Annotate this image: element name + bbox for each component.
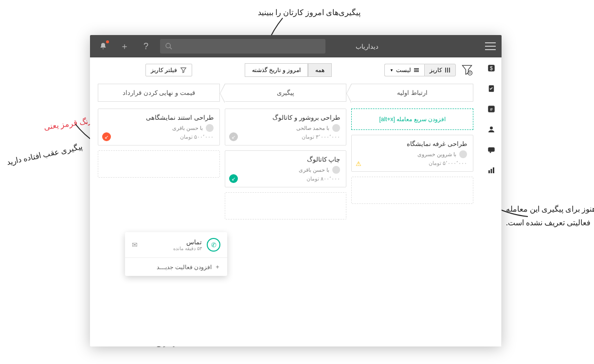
svg-text:$: $	[490, 65, 493, 71]
sidebar-reports[interactable]	[486, 164, 497, 176]
card-person: با حسن باقری	[231, 166, 341, 174]
svg-point-0	[166, 43, 170, 48]
search-input[interactable]	[160, 39, 325, 54]
view-list-label: لیست	[396, 67, 411, 73]
card-price: ۵۰۰٬۰۰۰ تومان	[104, 134, 214, 140]
app-window: ＋ ? دیدار‌یاب $ # کاریز	[90, 35, 502, 346]
chevron-down-icon: ▼	[390, 68, 394, 73]
sidebar-hashtag[interactable]: #	[486, 103, 497, 115]
deal-card[interactable]: چاپ کاتالوگ با حسن باقری ۸۰۰٬۰۰۰ تومان ↙	[225, 150, 347, 187]
avatar	[459, 150, 467, 158]
column-1: افزودن سریع معامله [alt+x] طراحی غرفه نم…	[351, 109, 473, 219]
column-3: طراحی استند نمایشگاهی با حسن باقری ۵۰۰٬۰…	[98, 109, 220, 219]
clipboard-icon	[487, 84, 496, 93]
card-price: ۵٬۰۰۰٬۰۰۰ تومان	[358, 160, 467, 166]
notification-dot	[106, 40, 109, 43]
help-button[interactable]: ?	[139, 39, 153, 54]
deal-card[interactable]: طراحی غرفه نمایشگاه با شروین خسروی ۵٬۰۰۰…	[351, 135, 473, 172]
status-badge-green: ↙	[229, 174, 238, 183]
message-icon	[487, 146, 496, 154]
deal-card[interactable]: طراحی بروشور و کاتالوگ با محمد صالحی ۳٬۰…	[225, 109, 347, 146]
topbar: ＋ ? دیدار‌یاب	[90, 35, 502, 57]
card-title: طراحی استند نمایشگاهی	[104, 114, 214, 121]
activity-title: تماس	[173, 238, 202, 246]
stage-3[interactable]: قیمت و نهایی کردن قرارداد	[98, 84, 220, 102]
stage-header: ارتباط اولیه پیگیری قیمت و نهایی کردن قر…	[98, 84, 473, 102]
segment-all-button[interactable]: همه	[308, 63, 332, 77]
deal-card[interactable]: طراحی استند نمایشگاهی با حسن باقری ۵۰۰٬۰…	[98, 109, 220, 146]
card-price: ۳٬۰۰۰٬۰۰۰ تومان	[231, 134, 341, 140]
pipeline-icon	[445, 67, 450, 73]
card-title: طراحی غرفه نمایشگاه	[358, 140, 467, 147]
annotation-left-1: پیگیری عقب افتاده دارید	[6, 142, 83, 167]
hashtag-icon: #	[487, 105, 496, 113]
status-badge-red: ↙	[102, 132, 111, 141]
svg-rect-15	[447, 68, 448, 73]
stage-2[interactable]: پیگیری	[225, 84, 347, 102]
annotation-top: پیگیری‌های امروز کارتان را ببینید	[258, 8, 360, 17]
svg-rect-9	[488, 170, 490, 173]
quick-add-deal-button[interactable]: افزودن سریع معامله [alt+x]	[351, 109, 473, 130]
card-title: طراحی بروشور و کاتالوگ	[231, 114, 341, 121]
message-icon[interactable]: ✉	[132, 241, 138, 249]
status-badge-gray: ↙	[229, 132, 238, 141]
plus-icon: ＋	[215, 263, 220, 271]
avatar	[332, 124, 340, 132]
activity-item[interactable]: ✆ تماس ۵۳ دقیقه مانده ✉	[125, 232, 227, 258]
warning-icon: ⚠	[356, 160, 361, 167]
annotation-right-2: فعالیتی تعریف نشده است.	[506, 218, 591, 227]
annotation-red: رنگ قرمز یعنی	[43, 116, 92, 132]
svg-rect-8	[488, 147, 495, 152]
sidebar-tasks[interactable]	[486, 83, 497, 94]
add-activity-button[interactable]: ＋ افزودن فعالیت جدیـــد	[125, 258, 227, 276]
phone-icon: ✆	[207, 238, 220, 252]
card-person: با محمد صالحی	[231, 124, 341, 132]
drop-placeholder[interactable]	[225, 192, 347, 219]
annotation-right-1: هنوز برای پیگیری این معامله	[506, 204, 594, 214]
svg-point-7	[490, 127, 493, 129]
card-person: با شروین خسروی	[358, 150, 467, 158]
view-pipeline-label: کاریز	[430, 67, 442, 73]
sidebar-deals[interactable]: $	[486, 62, 497, 74]
card-title: چاپ کاتالوگ	[231, 156, 341, 163]
chart-icon	[487, 166, 496, 175]
view-pipeline-button[interactable]: کاریز	[424, 64, 456, 76]
avatar	[206, 124, 214, 132]
svg-point-13	[469, 73, 471, 74]
svg-rect-16	[449, 68, 450, 73]
avatar	[332, 166, 340, 174]
segment-today-button[interactable]: امروز و تاریخ گذشته	[245, 63, 308, 77]
sidebar-messages[interactable]	[486, 144, 497, 156]
drop-placeholder[interactable]	[351, 177, 473, 204]
person-icon	[487, 125, 496, 134]
svg-line-1	[170, 47, 172, 49]
view-list-button[interactable]: لیست ▼	[384, 64, 424, 76]
brand-label: دیدار‌یاب	[356, 43, 378, 50]
svg-rect-11	[493, 167, 494, 173]
sidebar: $ #	[481, 57, 502, 346]
svg-rect-10	[490, 169, 492, 173]
filter-label: فیلتر کاریز	[151, 67, 177, 73]
notifications-button[interactable]	[96, 39, 110, 54]
toolbar: کاریز لیست ▼ همه امروز و تاریخ گذشته فیل…	[98, 63, 473, 77]
content-area: کاریز لیست ▼ همه امروز و تاریخ گذشته فیل…	[90, 57, 481, 346]
svg-text:#: #	[490, 107, 493, 112]
add-activity-label: افزودن فعالیت جدیـــد	[157, 264, 212, 271]
bell-icon	[99, 42, 107, 50]
card-price: ۸۰۰٬۰۰۰ تومان	[231, 176, 341, 182]
column-2: طراحی بروشور و کاتالوگ با محمد صالحی ۳٬۰…	[225, 109, 347, 219]
help-icon: ?	[144, 41, 148, 52]
activity-subtitle: ۵۳ دقیقه مانده	[173, 246, 202, 251]
filter-button[interactable]: فیلتر کاریز	[145, 64, 192, 76]
svg-rect-14	[445, 68, 446, 73]
menu-button[interactable]	[485, 42, 496, 50]
drop-placeholder[interactable]	[98, 150, 220, 178]
stage-1[interactable]: ارتباط اولیه	[351, 84, 473, 102]
add-button[interactable]: ＋	[117, 39, 132, 54]
dollar-icon: $	[487, 64, 496, 73]
plus-icon: ＋	[120, 40, 129, 52]
sidebar-contacts[interactable]	[486, 124, 497, 135]
funnel-icon	[180, 67, 187, 73]
activity-popup: ✆ تماس ۵۳ دقیقه مانده ✉ ＋ افزودن فعالیت …	[125, 232, 227, 276]
funnel-settings-icon[interactable]	[461, 64, 473, 76]
